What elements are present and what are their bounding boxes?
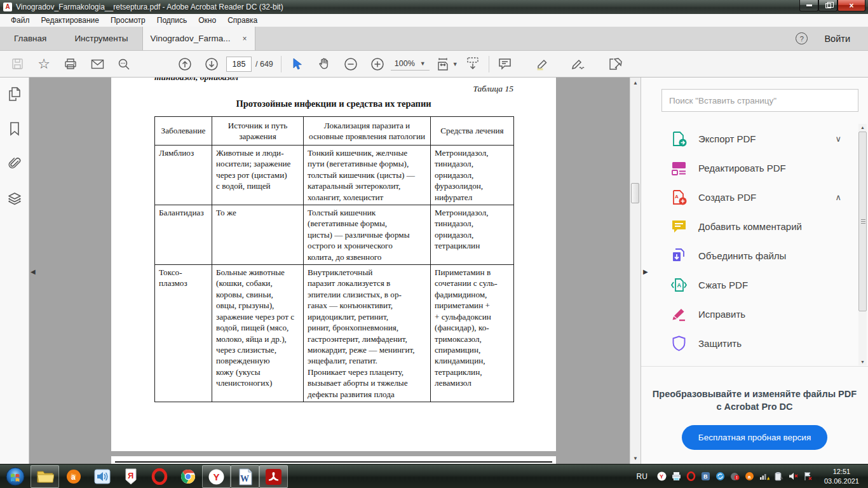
scrollbar-thumb[interactable] [631,183,639,203]
scroll-up-icon[interactable]: ▲ [630,80,641,86]
tools-list: Экспорт PDF ∨ Редактировать PDF A Создат… [641,124,858,366]
search-icon[interactable] [116,55,132,74]
avast-tray-icon[interactable]: a [745,471,755,482]
menu-help[interactable]: Справка [222,14,263,27]
chevron-down-icon[interactable]: ▼ [452,61,458,67]
taskbar-explorer-icon[interactable] [31,465,59,488]
save-icon[interactable] [9,55,25,74]
tool-combine-files[interactable]: Объединить файлы [641,241,858,270]
menu-window[interactable]: Окно [193,14,222,27]
close-button[interactable]: × [837,0,865,11]
fit-width-icon[interactable] [435,55,451,74]
taskbar-opera-icon[interactable] [145,464,173,488]
menu-edit[interactable]: Редактирование [36,14,105,27]
language-indicator[interactable]: RU [637,472,648,481]
free-trial-button[interactable]: Бесплатная пробная версия [682,425,827,450]
scroll-down-icon[interactable]: ▼ [630,456,641,461]
hand-tool-icon[interactable] [316,55,332,74]
svg-text:Я: Я [128,471,133,480]
panel-scrollbar-thumb[interactable] [858,132,867,311]
menu-sign[interactable]: Подпись [151,14,193,27]
windows-update-tray-icon[interactable] [715,471,726,482]
comment-icon[interactable] [497,55,513,74]
email-icon[interactable] [89,55,105,74]
highlighter-icon[interactable] [534,55,550,74]
clipboard-tray-icon[interactable] [774,471,784,482]
more-tools-icon[interactable] [607,55,624,74]
zoom-out-icon[interactable] [342,55,359,74]
printer-tray-icon[interactable] [672,471,682,482]
zoom-level-dropdown[interactable]: 100% ▼ [391,57,430,71]
print-icon[interactable] [62,55,79,74]
edit-pdf-icon [670,159,688,177]
table-cell: Пириметамин в сочетании с суль- фадимиди… [431,265,514,402]
tab-close-icon[interactable]: × [243,34,247,43]
menu-view[interactable]: Просмотр [105,14,151,27]
document-scrollbar[interactable]: ▲ ▼ [630,78,641,464]
page-number-input[interactable]: 185 [226,57,252,72]
table-cell: Балантидиаз [155,205,212,265]
sign-in-button[interactable]: Войти [824,34,850,44]
taskbar-volume-icon[interactable] [88,464,116,488]
help-icon[interactable]: ? [796,32,808,44]
protozoa-table: Заболевание Источник и путь заражения Ло… [154,116,514,402]
next-page-icon[interactable] [203,55,220,74]
svg-text:A: A [675,194,679,200]
panel-scrollbar[interactable]: ▲ ▼ [858,124,867,365]
tool-fill-sign[interactable] [641,358,858,366]
star-icon[interactable]: ☆ [36,55,52,74]
action-center-flag-tray-icon[interactable] [803,471,813,482]
yandex-tray-icon[interactable]: Y [657,471,667,482]
select-tool-icon[interactable] [289,55,306,74]
tool-compress-pdf[interactable]: A Сжать PDF [641,270,858,299]
document-area[interactable]: ◀ тинидазол, орнидазол Таблица 15 Протоз… [29,78,641,464]
table-row: Балантидиаз То же Толстый кишечник (веге… [155,205,514,265]
tool-edit-pdf[interactable]: Редактировать PDF [641,153,858,182]
minimize-button[interactable] [799,0,818,11]
page-thumbnails-icon[interactable] [8,86,22,104]
chevron-down-icon[interactable]: ∨ [835,134,841,144]
bookmarks-icon[interactable] [8,121,21,139]
scrolling-mode-icon[interactable] [465,55,481,74]
tab-document[interactable]: Vinogradov_Farma... × [142,27,255,50]
chevron-down-icon: ▼ [420,60,426,67]
taskbar-chrome-icon[interactable] [173,464,202,488]
table-cell: Лямблиоз [155,146,212,205]
taskbar-avast-icon[interactable]: a [59,464,88,488]
attachments-icon[interactable] [8,156,22,174]
tools-search-input[interactable] [661,89,858,112]
opera-tray-icon[interactable] [686,471,696,482]
taskbar-word-icon[interactable]: W [231,465,259,488]
promo-heading: Преобразовывайте и изменяйте файлы PDF с… [641,388,868,413]
collapse-left-panel-icon[interactable]: ◀ [31,268,36,275]
volume-muted-tray-icon[interactable] [789,471,799,482]
taskbar-acrobat-icon[interactable] [259,465,288,488]
taskbar-yandex-search-icon[interactable]: Я [116,464,145,488]
vk-tray-icon[interactable]: B [701,471,711,482]
tool-add-comment[interactable]: Добавить комментарий [641,212,858,241]
tool-export-pdf[interactable]: Экспорт PDF ∨ [641,124,858,153]
start-button[interactable] [0,464,31,488]
svg-text:a: a [71,473,76,482]
previous-page-icon[interactable] [177,55,193,74]
clock[interactable]: 12:51 03.06.2021 [824,467,863,486]
protect-icon [670,335,688,352]
tab-tools[interactable]: Инструменты [60,27,142,50]
tool-label: Экспорт PDF [698,133,756,144]
restore-button[interactable] [818,0,837,11]
zoom-in-icon[interactable] [369,55,386,74]
chevron-up-icon[interactable]: ∧ [835,193,841,202]
tool-redact[interactable]: Исправить [641,299,858,329]
scroll-up-icon[interactable]: ▲ [858,125,867,130]
taskbar-yandex-browser-icon[interactable]: Y [202,465,231,488]
alert-tray-icon[interactable]: ! [730,471,740,482]
layers-icon[interactable] [7,191,22,209]
acrobat-pro-promo: Преобразовывайте и изменяйте файлы PDF с… [641,366,868,464]
tool-protect[interactable]: Защитить [641,329,858,358]
tool-create-pdf[interactable]: A Создать PDF ∧ [641,182,858,212]
scroll-down-icon[interactable]: ▼ [858,360,867,364]
menu-file[interactable]: Файл [5,14,36,27]
tab-home[interactable]: Главная [0,27,60,50]
fill-sign-icon[interactable] [571,55,587,74]
network-warning-tray-icon[interactable] [759,471,770,482]
